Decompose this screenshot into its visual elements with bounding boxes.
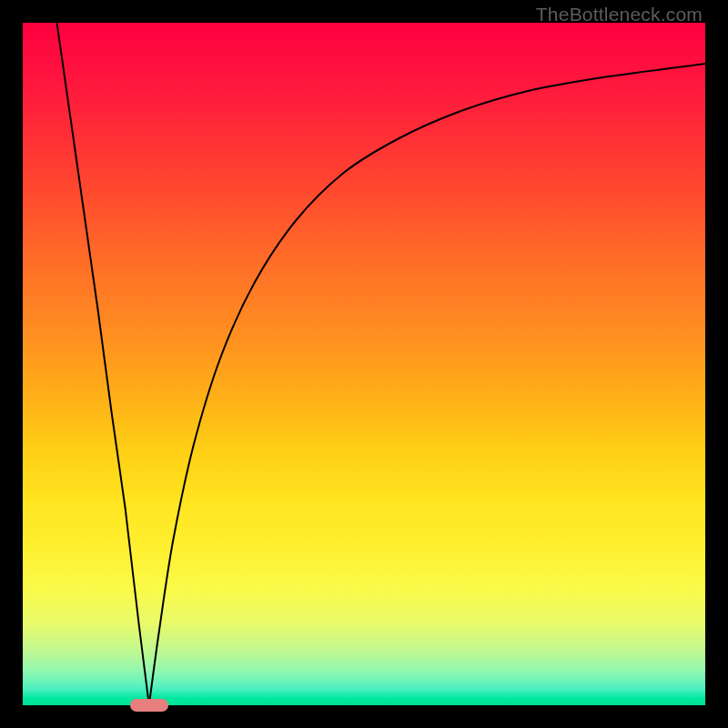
chart-container: TheBottleneck.com [0,0,728,728]
curve-right-branch [149,64,705,705]
curve-left-branch [57,23,149,705]
plot-area [23,23,705,705]
min-marker [130,699,168,712]
curve-layer [23,23,705,705]
